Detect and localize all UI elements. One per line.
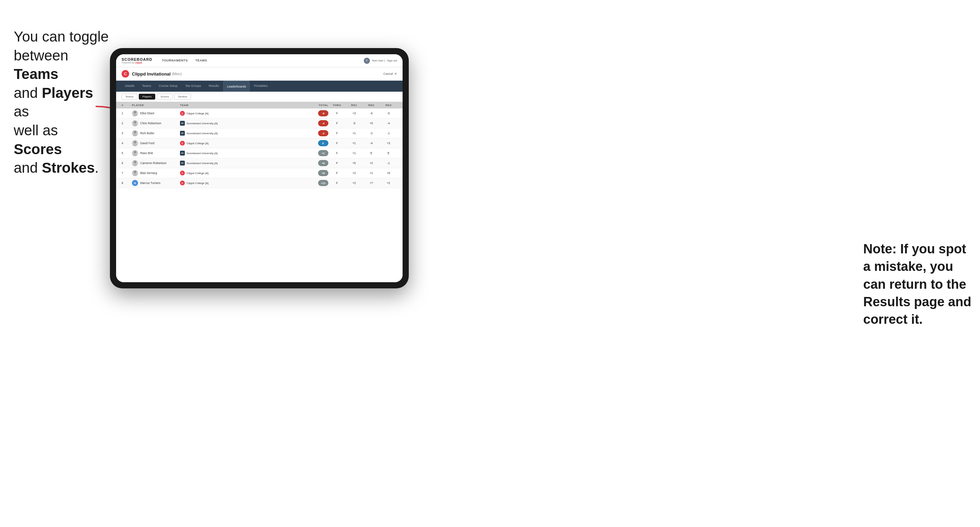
team-name: Clippd College [A] bbox=[186, 171, 208, 175]
rd1-cell: +3 bbox=[345, 111, 363, 115]
team-name: Scoreboard University [A] bbox=[186, 122, 218, 125]
player-avatar bbox=[132, 130, 138, 136]
left-annotation: You can toggle between Teams and Players… bbox=[14, 27, 110, 178]
nav-right: T Test User | Sign out bbox=[364, 58, 397, 64]
svg-point-10 bbox=[133, 154, 137, 156]
rd1-cell: -5 bbox=[345, 122, 363, 125]
nav-teams[interactable]: TEAMS bbox=[192, 54, 210, 67]
svg-point-11 bbox=[134, 161, 136, 163]
score-badge: +8 bbox=[318, 170, 328, 176]
right-annotation: Note: If you spot a mistake, you can ret… bbox=[863, 240, 973, 328]
tab-tee-groups[interactable]: Tee Groups bbox=[182, 81, 205, 92]
sign-out-link[interactable]: Sign out bbox=[387, 59, 397, 62]
tab-teams[interactable]: Teams bbox=[139, 81, 155, 92]
team-name: Clippd College [A] bbox=[186, 112, 208, 115]
tab-results[interactable]: Results bbox=[205, 81, 223, 92]
svg-point-2 bbox=[133, 114, 137, 116]
score-badge: -4 bbox=[318, 120, 328, 126]
rd2-cell: +7 bbox=[363, 181, 380, 185]
player-avatar bbox=[132, 170, 138, 176]
table-row[interactable]: 3 Rich Butler SU Scoreboard University [… bbox=[116, 129, 402, 138]
total-cell: +6 bbox=[304, 160, 328, 166]
thru-cell: F bbox=[328, 181, 345, 185]
table-row[interactable]: 1 Elliot Ebert C Clippd College [A] -8 F… bbox=[116, 108, 402, 119]
score-badge: -2 bbox=[318, 130, 328, 136]
player-rank: 6 bbox=[122, 161, 132, 165]
thru-cell: F bbox=[328, 161, 345, 165]
team-name: Clippd College [A] bbox=[186, 142, 208, 145]
powered-by: Powered by clippd bbox=[122, 62, 152, 64]
player-avatar bbox=[132, 110, 138, 116]
score-badge: -8 bbox=[318, 110, 328, 116]
team-logo: C bbox=[180, 181, 185, 186]
player-name: Rees Britt bbox=[140, 151, 153, 155]
player-cell: Rich Butler bbox=[132, 130, 180, 136]
table-row[interactable]: 5 Rees Britt SU Scoreboard University [A… bbox=[116, 148, 402, 158]
table-row[interactable]: 2 Chris Robertson SU Scoreboard Universi… bbox=[116, 119, 402, 129]
player-name: Rich Butler bbox=[140, 132, 154, 135]
rd3-cell: +6 bbox=[380, 171, 397, 175]
rd2-cell: -2 bbox=[363, 132, 380, 135]
team-cell: SU Scoreboard University [A] bbox=[180, 131, 304, 136]
score-badge: +1 bbox=[318, 150, 328, 156]
player-rank: 8 bbox=[122, 181, 132, 185]
rd3-cell: -1 bbox=[380, 132, 397, 135]
team-cell: C Clippd College [A] bbox=[180, 171, 304, 175]
player-cell: M Marcus Turners bbox=[132, 180, 180, 186]
cancel-button[interactable]: Cancel ✕ bbox=[383, 72, 397, 76]
table-row[interactable]: 4 David Ford C Clippd College [A] E F +1… bbox=[116, 138, 402, 148]
svg-point-7 bbox=[134, 141, 136, 143]
toggle-teams[interactable]: Teams bbox=[122, 94, 137, 100]
team-logo: C bbox=[180, 111, 185, 116]
team-logo: SU bbox=[180, 151, 185, 156]
player-cell: Blair McHarg bbox=[132, 170, 180, 176]
svg-point-1 bbox=[134, 111, 136, 114]
team-logo: C bbox=[180, 141, 185, 146]
rd2-cell: +1 bbox=[363, 171, 380, 175]
team-cell: C Clippd College [A] bbox=[180, 111, 304, 116]
user-avatar: T bbox=[364, 58, 370, 64]
rd2-cell: E bbox=[363, 151, 380, 155]
table-row[interactable]: 7 Blair McHarg C Clippd College [A] +8 F… bbox=[116, 168, 402, 178]
table-row[interactable]: 6 Cameron Robertson SU Scoreboard Univer… bbox=[116, 158, 402, 168]
tab-leaderboards[interactable]: Leaderboards bbox=[223, 81, 250, 92]
total-cell: -4 bbox=[304, 120, 328, 126]
team-cell: SU Scoreboard University [A] bbox=[180, 121, 304, 125]
table-row[interactable]: 8 M Marcus Turners C Clippd College [A] … bbox=[116, 178, 402, 188]
team-name: Scoreboard University [A] bbox=[186, 162, 218, 165]
score-badge: +6 bbox=[318, 160, 328, 166]
rd1-cell: +1 bbox=[345, 151, 363, 155]
total-cell: -8 bbox=[304, 110, 328, 116]
rd1-cell: +1 bbox=[345, 132, 363, 135]
tab-printables[interactable]: Printables bbox=[250, 81, 271, 92]
player-rank: 3 bbox=[122, 132, 132, 135]
toggle-strokes[interactable]: Strokes bbox=[174, 94, 191, 100]
thru-cell: F bbox=[328, 171, 345, 175]
team-name: Scoreboard University [A] bbox=[186, 152, 218, 155]
total-cell: E bbox=[304, 140, 328, 146]
player-name: Chris Robertson bbox=[140, 122, 161, 125]
tournament-gender: (Men) bbox=[172, 72, 182, 76]
thru-cell: F bbox=[328, 111, 345, 115]
toggle-bar: Teams Players Scores Strokes bbox=[116, 92, 402, 102]
rd2-cell: +5 bbox=[363, 122, 380, 125]
col-rd2: RD2 bbox=[363, 104, 380, 107]
tab-details[interactable]: Details bbox=[122, 81, 138, 92]
col-rank: # bbox=[122, 104, 132, 107]
tablet-screen: SCOREBOARD Powered by clippd TOURNAMENTS… bbox=[116, 54, 402, 282]
toggle-scores[interactable]: Scores bbox=[157, 94, 173, 100]
team-logo: SU bbox=[180, 161, 185, 165]
col-thru: THRU bbox=[328, 104, 345, 107]
tab-course-setup[interactable]: Course Setup bbox=[155, 81, 181, 92]
rd3-cell: -5 bbox=[380, 111, 397, 115]
tournament-logo: C bbox=[122, 70, 129, 78]
nav-tournaments[interactable]: TOURNAMENTS bbox=[158, 54, 191, 67]
score-badge: E bbox=[318, 140, 328, 146]
tournament-name: Clippd Invitational bbox=[132, 71, 171, 76]
toggle-players[interactable]: Players bbox=[139, 94, 156, 100]
player-avatar: M bbox=[132, 180, 138, 186]
total-cell: -2 bbox=[304, 130, 328, 136]
rd2-cell: -6 bbox=[363, 111, 380, 115]
rd2-cell: -4 bbox=[363, 141, 380, 145]
svg-point-14 bbox=[133, 174, 137, 176]
